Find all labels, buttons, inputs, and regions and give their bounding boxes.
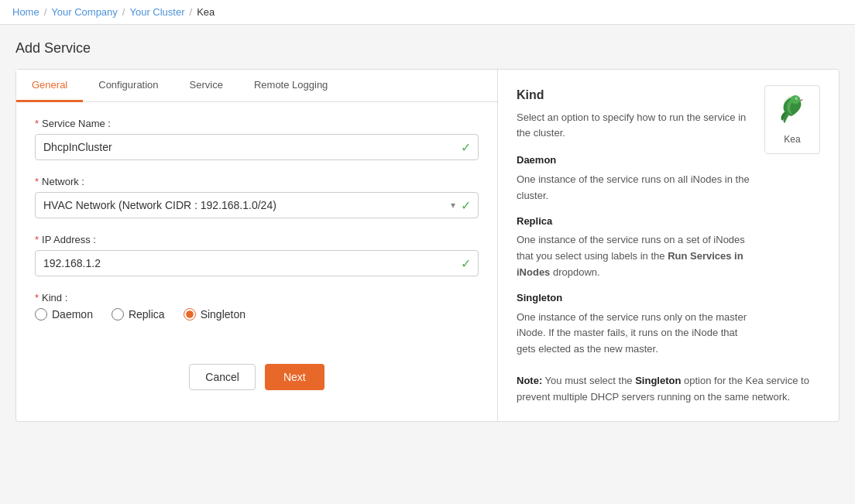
help-daemon-desc: One instance of the service runs on all … [517, 172, 752, 204]
right-top: Kind Select an option to specify how to … [517, 85, 820, 367]
kea-badge: Kea [764, 85, 820, 154]
help-note: Note: You must select the Singleton opti… [517, 373, 820, 406]
kind-label: * Kind : [35, 292, 479, 303]
tabs-container: General Configuration Service Remote Log… [16, 70, 497, 102]
help-replica-desc: One instance of the service runs on a se… [517, 232, 752, 280]
kea-badge-label: Kea [784, 132, 800, 147]
service-name-check-icon: ✓ [461, 140, 471, 155]
ip-address-label: * IP Address : [35, 234, 479, 245]
help-singleton-desc: One instance of the service runs only on… [517, 310, 752, 358]
form-body: * Service Name : ✓ * Network : [16, 102, 497, 351]
required-star-3: * [35, 234, 39, 245]
main-layout: General Configuration Service Remote Log… [15, 69, 840, 422]
breadcrumb-sep-2: / [122, 6, 125, 18]
kind-daemon-radio[interactable] [35, 308, 47, 321]
required-star-1: * [35, 118, 39, 129]
form-footer: Cancel Next [16, 351, 497, 406]
ip-address-group: * IP Address : ✓ [35, 234, 479, 276]
help-kind-desc: Select an option to specify how to run t… [517, 110, 752, 142]
note-label: Note: [517, 375, 542, 386]
note-singleton-bold: Singleton [635, 375, 681, 386]
ip-address-input[interactable] [35, 250, 479, 276]
breadcrumb-company[interactable]: Your Company [51, 6, 118, 18]
page-title: Add Service [15, 40, 840, 57]
kind-singleton-option[interactable]: Singleton [184, 308, 246, 321]
tab-service[interactable]: Service [174, 70, 239, 102]
cancel-button[interactable]: Cancel [189, 364, 256, 390]
kind-singleton-label: Singleton [201, 308, 246, 321]
next-button[interactable]: Next [265, 364, 324, 390]
kind-radio-group: Daemon Replica Singleton [35, 308, 479, 321]
help-kind-title: Kind [517, 85, 752, 105]
right-info: Kind Select an option to specify how to … [517, 85, 752, 367]
ip-address-check-icon: ✓ [461, 256, 471, 271]
kea-logo-icon [774, 92, 811, 129]
breadcrumb-home[interactable]: Home [12, 6, 39, 18]
network-label: * Network : [35, 176, 479, 187]
help-replica-text-2: dropdown. [550, 266, 599, 278]
required-star-2: * [35, 176, 39, 187]
kind-singleton-radio[interactable] [184, 308, 196, 321]
service-name-wrapper: ✓ [35, 134, 479, 160]
kind-daemon-label: Daemon [52, 308, 93, 321]
kind-replica-radio[interactable] [112, 308, 124, 321]
network-wrapper: HVAC Network (Network CIDR : 192.168.1.0… [35, 192, 479, 218]
service-name-label: * Service Name : [35, 118, 479, 129]
tab-general[interactable]: General [16, 70, 83, 102]
kind-replica-option[interactable]: Replica [112, 308, 165, 321]
left-panel: General Configuration Service Remote Log… [16, 70, 498, 421]
help-singleton-title: Singleton [517, 290, 752, 307]
network-group: * Network : HVAC Network (Network CIDR :… [35, 176, 479, 218]
svg-point-3 [796, 98, 798, 99]
note-text-1: You must select the [545, 375, 636, 386]
tab-configuration[interactable]: Configuration [83, 70, 173, 102]
help-daemon-title: Daemon [517, 153, 752, 169]
kind-replica-label: Replica [129, 308, 165, 321]
breadcrumb-sep-1: / [44, 6, 47, 18]
service-name-group: * Service Name : ✓ [35, 118, 479, 160]
svg-point-1 [791, 95, 801, 104]
network-check-icon: ✓ [461, 198, 471, 213]
ip-address-wrapper: ✓ [35, 250, 479, 276]
required-star-4: * [35, 292, 39, 303]
network-select[interactable]: HVAC Network (Network CIDR : 192.168.1.0… [35, 192, 479, 218]
tab-remote-logging[interactable]: Remote Logging [239, 70, 343, 102]
kind-group: * Kind : Daemon Replica [35, 292, 479, 321]
breadcrumb-sep-3: / [190, 6, 193, 18]
breadcrumb: Home / Your Company / Your Cluster / Kea [0, 0, 855, 25]
help-replica-title: Replica [517, 214, 752, 230]
breadcrumb-cluster[interactable]: Your Cluster [129, 6, 184, 18]
page-container: Add Service General Configuration Servic… [0, 25, 855, 437]
right-panel: Kind Select an option to specify how to … [498, 70, 839, 421]
breadcrumb-current: Kea [197, 6, 215, 18]
service-name-input[interactable] [35, 134, 479, 160]
kind-daemon-option[interactable]: Daemon [35, 308, 93, 321]
